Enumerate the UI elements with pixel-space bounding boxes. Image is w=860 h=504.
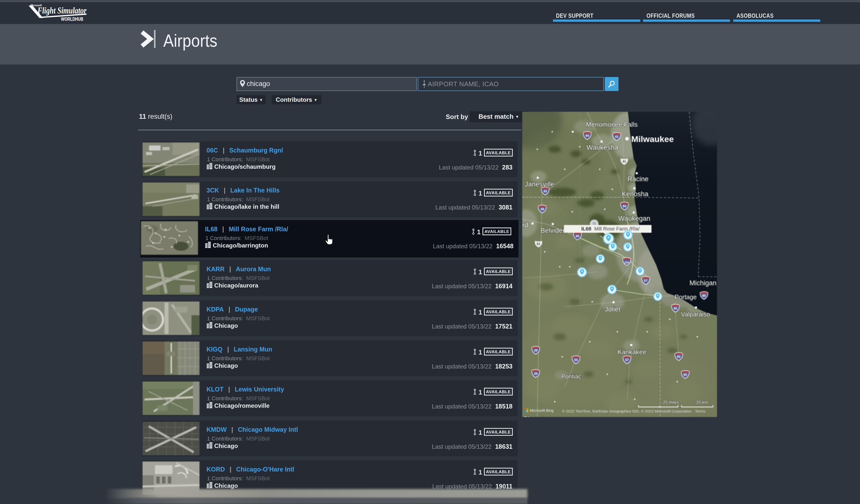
svg-text:© 2022 TomTom, Earthstar Geogr: © 2022 TomTom, Earthstar Geographics SIO…	[562, 409, 705, 413]
svg-text:Waukesha: Waukesha	[587, 144, 618, 151]
svg-text:rd: rd	[522, 221, 528, 229]
svg-text:Kenosha: Kenosha	[622, 190, 649, 198]
svg-text:43: 43	[544, 189, 547, 193]
svg-text:80: 80	[702, 294, 706, 298]
svg-text:65: 65	[674, 306, 677, 310]
svg-text:94: 94	[586, 134, 589, 138]
svg-text:65: 65	[684, 373, 687, 376]
svg-text:57: 57	[644, 279, 647, 283]
svg-text:39: 39	[541, 207, 544, 211]
svg-text:94: 94	[623, 204, 627, 208]
svg-text:39: 39	[534, 348, 538, 352]
svg-text:WORLDHUB: WORLDHUB	[61, 16, 83, 22]
svg-text:51: 51	[537, 242, 540, 246]
svg-text:Valparaiso: Valparaiso	[681, 311, 710, 318]
svg-text:55: 55	[574, 358, 578, 362]
svg-text:Microsoft Bing: Microsoft Bing	[530, 408, 554, 413]
svg-text:Janesville: Janesville	[525, 181, 555, 188]
svg-text:Racine: Racine	[628, 175, 648, 183]
svg-text:Milwaukee: Milwaukee	[631, 134, 674, 144]
svg-text:294: 294	[625, 261, 629, 264]
svg-text:Flight Simulator: Flight Simulator	[37, 5, 87, 15]
svg-text:Kankakee: Kankakee	[617, 348, 646, 356]
svg-text:Waukegan: Waukegan	[618, 215, 650, 222]
svg-text:Joliet: Joliet	[605, 305, 621, 313]
svg-text:Pontiac: Pontiac	[561, 373, 581, 380]
svg-text:41: 41	[622, 159, 626, 163]
svg-text:41: 41	[615, 135, 618, 139]
svg-text:Bloomington: Bloomington	[524, 415, 559, 417]
svg-text:Portage: Portage	[675, 293, 697, 301]
svg-text:Menomonee Falls: Menomonee Falls	[586, 121, 638, 128]
svg-text:90: 90	[576, 234, 579, 238]
svg-text:IL68: IL68	[581, 226, 591, 231]
svg-text:57: 57	[625, 358, 629, 362]
svg-text:39: 39	[534, 372, 538, 375]
svg-text:65: 65	[677, 355, 680, 359]
svg-text:Mill Rose Farm /Rla/: Mill Rose Farm /Rla/	[594, 226, 640, 231]
svg-text:25 km: 25 km	[696, 400, 708, 405]
svg-text:Michigan Ci: Michigan Ci	[689, 279, 717, 287]
svg-text:25 miles: 25 miles	[663, 400, 679, 405]
